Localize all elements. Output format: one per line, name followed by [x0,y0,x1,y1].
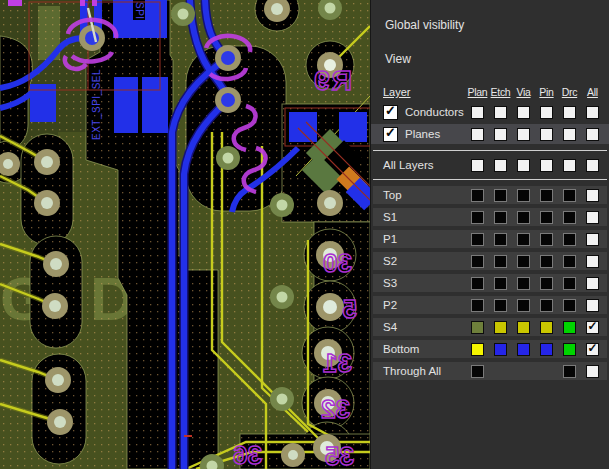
swatch-conductors-via[interactable] [517,106,530,119]
swatch-bottom-pin[interactable] [540,343,553,356]
swatch-planes-etch[interactable] [494,128,507,141]
swatch-s3-via[interactable] [517,277,530,290]
pcb-canvas[interactable]: G D [0,0,370,469]
checkmark-icon: ✓ [383,124,398,141]
checkbox-s4-all[interactable]: ✓ [586,321,599,334]
column-header-via[interactable]: Via [516,86,530,98]
swatch-slot [466,343,489,356]
swatch-s2-pin[interactable] [540,255,553,268]
swatch-top-drc[interactable] [563,189,576,202]
swatch-s3-pin[interactable] [540,277,553,290]
swatch-slot [581,106,604,119]
swatch-s4-etch[interactable] [494,321,507,334]
layer-row-bottom: Bottom✓ [373,340,607,358]
swatch-s1-plan[interactable] [471,211,484,224]
column-header-all[interactable]: All [587,86,598,98]
checkbox-top-all[interactable] [586,189,599,202]
swatch-slot [581,159,604,172]
swatch-planes-plan[interactable] [471,128,484,141]
column-header-etch[interactable]: Etch [491,86,511,98]
swatch-bottom-etch[interactable] [494,343,507,356]
swatch-top-etch[interactable] [494,189,507,202]
swatch-p1-plan[interactable] [471,233,484,246]
swatch-p2-via[interactable] [517,299,530,312]
swatch-p2-etch[interactable] [494,299,507,312]
visibility-grid: Layer PlanEtchViaPinDrcAll ✓Conductors✓P… [371,84,609,380]
swatch-slot [535,277,558,290]
swatch-s2-via[interactable] [517,255,530,268]
checkbox-through-all-all[interactable] [586,365,599,378]
swatch-bottom-drc[interactable] [563,343,576,356]
swatch-slot [512,189,535,202]
swatch-s1-etch[interactable] [494,211,507,224]
layer-label-through-all: Through All [383,365,441,377]
checkbox-conductors[interactable]: ✓ [383,105,398,120]
swatch-p2-plan[interactable] [471,299,484,312]
swatch-planes-drc[interactable] [563,128,576,141]
swatch-s3-plan[interactable] [471,277,484,290]
swatch-slot [489,128,512,141]
layer-label-p1: P1 [383,233,397,245]
swatch-s4-plan[interactable] [471,321,484,334]
swatch-slot [489,106,512,119]
checkbox-p2-all[interactable] [586,299,599,312]
swatch-slot [489,299,512,312]
swatch-conductors-pin[interactable] [540,106,553,119]
swatch-top-via[interactable] [517,189,530,202]
swatch-s4-pin[interactable] [540,321,553,334]
swatch-through-all-plan[interactable] [471,365,484,378]
swatch-all-layers-drc[interactable] [563,159,576,172]
swatch-top-pin[interactable] [540,189,553,202]
swatch-all-layers-plan[interactable] [471,159,484,172]
swatch-s2-etch[interactable] [494,255,507,268]
layer-column-header[interactable]: Layer [383,86,411,98]
swatch-p2-drc[interactable] [563,299,576,312]
swatch-p2-pin[interactable] [540,299,553,312]
swatch-s1-pin[interactable] [540,211,553,224]
swatch-planes-all[interactable] [586,128,599,141]
checkbox-s2-all[interactable] [586,255,599,268]
swatch-all-layers-via[interactable] [517,159,530,172]
pin-number-36: 36 [233,440,262,469]
refdes-r9: R9 [312,65,352,96]
swatch-all-layers-etch[interactable] [494,159,507,172]
swatch-p1-drc[interactable] [563,233,576,246]
checkbox-s3-all[interactable] [586,277,599,290]
swatch-all-layers-pin[interactable] [540,159,553,172]
global-visibility-panel: Global visibility View Layer PlanEtchVia… [370,0,609,469]
swatch-conductors-etch[interactable] [494,106,507,119]
swatch-bottom-plan[interactable] [471,343,484,356]
swatch-s4-via[interactable] [517,321,530,334]
swatch-s3-drc[interactable] [563,277,576,290]
checkbox-bottom-all[interactable]: ✓ [586,343,599,356]
swatch-through-all-drc[interactable] [563,365,576,378]
column-header-drc[interactable]: Drc [562,86,577,98]
swatch-conductors-all[interactable] [586,106,599,119]
net-label-ext-spi-sel: EXT_SPI_SEL [91,69,102,140]
swatch-s4-drc[interactable] [563,321,576,334]
swatch-planes-via[interactable] [517,128,530,141]
swatch-all-layers-all[interactable] [586,159,599,172]
swatch-s3-etch[interactable] [494,277,507,290]
checkbox-planes[interactable]: ✓ [383,127,398,142]
swatch-s2-plan[interactable] [471,255,484,268]
swatch-conductors-plan[interactable] [471,106,484,119]
swatch-s1-drc[interactable] [563,211,576,224]
swatch-p1-pin[interactable] [540,233,553,246]
swatch-slot [535,189,558,202]
column-header-pin[interactable]: Pin [539,86,553,98]
swatch-s2-drc[interactable] [563,255,576,268]
swatch-p1-via[interactable] [517,233,530,246]
swatch-planes-pin[interactable] [540,128,553,141]
swatch-slot [466,321,489,334]
swatch-top-plan[interactable] [471,189,484,202]
column-header-plan[interactable]: Plan [468,86,488,98]
swatch-conductors-drc[interactable] [563,106,576,119]
swatch-bottom-via[interactable] [517,343,530,356]
swatch-p1-etch[interactable] [494,233,507,246]
swatch-slot [558,321,581,334]
checkbox-p1-all[interactable] [586,233,599,246]
swatch-slot [558,343,581,356]
checkbox-s1-all[interactable] [586,211,599,224]
swatch-s1-via[interactable] [517,211,530,224]
